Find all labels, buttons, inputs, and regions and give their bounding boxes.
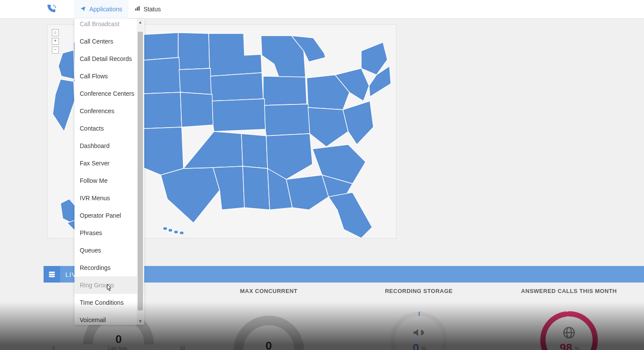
dropdown-item-fax-server[interactable]: Fax Server	[75, 155, 144, 172]
dropdown-item-conference-centers[interactable]: Conference Centers	[75, 85, 144, 102]
dropdown-item-ring-groups[interactable]: Ring Groups	[75, 276, 144, 294]
gauge-max-concurrent: 0	[230, 307, 308, 350]
ring-value: 0	[413, 341, 419, 350]
logo-phone-icon	[46, 3, 56, 17]
globe-icon	[562, 326, 576, 340]
topbar: Applications Status	[0, 0, 644, 19]
server-icon	[44, 266, 60, 283]
dropdown-item-conferences[interactable]: Conferences	[75, 102, 144, 120]
stat-max-concurrent: MAX CONCURRENT 0 0 Average 10	[194, 288, 344, 350]
svg-rect-4	[137, 7, 138, 10]
dropdown-item-call-detail-records[interactable]: Call Detail Records	[75, 50, 144, 67]
scroll-up-icon[interactable]: ▲	[137, 19, 144, 26]
scrollbar-thumb[interactable]	[138, 32, 143, 310]
stat-title: MAX CONCURRENT	[194, 288, 344, 294]
svg-point-8	[174, 230, 178, 234]
paper-plane-icon	[80, 6, 86, 13]
ring-value: 98	[560, 341, 573, 350]
svg-rect-5	[139, 6, 139, 10]
svg-point-6	[163, 227, 167, 230]
nav-status-label: Status	[144, 6, 161, 13]
svg-point-1	[54, 6, 56, 7]
svg-rect-10	[49, 272, 54, 273]
dropdown-item-ivr-menus[interactable]: IVR Menus	[75, 189, 144, 207]
svg-point-0	[53, 5, 54, 6]
bar-chart-icon	[135, 6, 140, 13]
nav-status[interactable]: Status	[129, 0, 167, 19]
map-controls: ⌂ + −	[52, 29, 59, 54]
dropdown-item-recordings[interactable]: Recordings	[75, 259, 144, 276]
ring-recording-storage: 0 %	[386, 307, 451, 350]
bullhorn-icon	[412, 326, 426, 340]
section-bar-label: LIV	[60, 271, 77, 278]
dropdown-item-follow-me[interactable]: Follow Me	[75, 172, 144, 189]
gauge-value: 0	[230, 339, 308, 350]
stat-answered-calls: ANSWERED CALLS THIS MONTH 98 %	[494, 288, 644, 350]
nav-applications[interactable]: Applications	[74, 0, 129, 19]
stat-recording-storage: RECORDING STORAGE 0 %	[344, 288, 494, 350]
applications-dropdown: Call Broadcast Call Centers Call Detail …	[75, 19, 144, 325]
nav-applications-label: Applications	[89, 6, 122, 13]
dropdown-item-voicemail[interactable]: Voicemail	[75, 311, 144, 325]
svg-point-2	[55, 7, 56, 8]
dropdown-item-call-centers[interactable]: Call Centers	[75, 33, 144, 50]
svg-rect-11	[49, 274, 54, 275]
dropdown-item-time-conditions[interactable]: Time Conditions	[75, 294, 144, 311]
dropdown-item-dashboard[interactable]: Dashboard	[75, 137, 144, 155]
map-home-button[interactable]: ⌂	[52, 29, 59, 36]
dropdown-item-contacts[interactable]: Contacts	[75, 120, 144, 137]
svg-rect-12	[49, 276, 54, 277]
dropdown-item-queues[interactable]: Queues	[75, 242, 144, 259]
dropdown-item-call-broadcast[interactable]: Call Broadcast	[75, 19, 144, 33]
svg-point-7	[168, 229, 173, 232]
map-zoom-out-button[interactable]: −	[52, 47, 59, 54]
gauge-value: 0	[79, 333, 158, 346]
dropdown-item-operator-panel[interactable]: Operator Panel	[75, 207, 144, 224]
stat-title: RECORDING STORAGE	[344, 288, 494, 294]
map-zoom-in-button[interactable]: +	[52, 38, 59, 45]
stat-title: ANSWERED CALLS THIS MONTH	[494, 288, 644, 294]
dropdown-item-phrases[interactable]: Phrases	[75, 224, 144, 242]
scroll-down-icon[interactable]: ▼	[137, 318, 144, 325]
dropdown-item-call-flows[interactable]: Call Flows	[75, 67, 144, 85]
svg-point-9	[180, 231, 184, 235]
ring-answered-calls: 98 %	[536, 307, 602, 350]
svg-rect-3	[135, 9, 136, 11]
dropdown-scrollbar[interactable]: ▲ ▼	[137, 19, 144, 325]
